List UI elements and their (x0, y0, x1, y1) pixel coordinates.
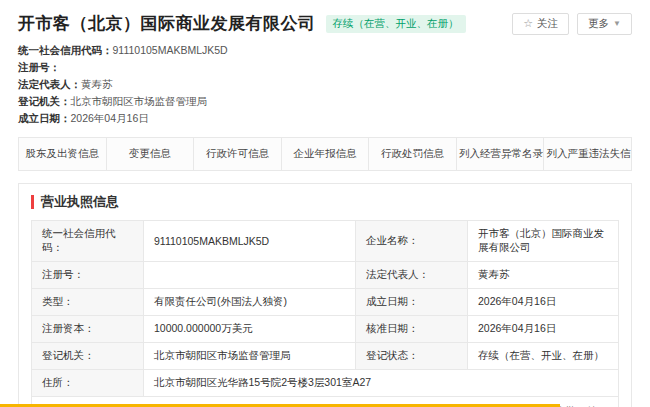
field-label: 类型： (32, 289, 144, 316)
table-row: 统一社会信用代码： 91110105MAKBMLJK5D 企业名称： 开市客（北… (32, 221, 619, 262)
field-label: 住所： (32, 370, 144, 397)
chevron-down-icon: ▼ (613, 19, 621, 28)
tab-admin-licenses[interactable]: 行政许可信息 (194, 138, 282, 170)
info-reg-number: 注册号： (18, 59, 632, 76)
more-button[interactable]: 更多 ▼ (577, 13, 632, 35)
field-label: 法定代表人： (356, 262, 468, 289)
field-value: 91110105MAKBMLJK5D (144, 221, 356, 262)
field-label: 成立日期： (356, 289, 468, 316)
field-value: 北京市朝阳区市场监督管理局 (144, 343, 356, 370)
table-row: 住所： 北京市朝阳区光华路15号院2号楼3层301室A27 (32, 370, 619, 397)
table-row: 登记机关： 北京市朝阳区市场监督管理局 登记状态： 存续（在营、开业、在册） (32, 343, 619, 370)
field-label: 核准日期： (356, 316, 468, 343)
info-legal-rep: 法定代表人：黄寿苏 (18, 76, 632, 93)
license-table: 统一社会信用代码： 91110105MAKBMLJK5D 企业名称： 开市客（北… (31, 220, 619, 407)
info-credit-code: 统一社会信用代码：91110105MAKBMLJK5D (18, 42, 632, 59)
tab-serious-violations[interactable]: 列入严重违法失信... (544, 138, 631, 170)
field-value: 北京市朝阳区光华路15号院2号楼3层301室A27 (144, 370, 619, 397)
tab-changes[interactable]: 变更信息 (107, 138, 195, 170)
field-value: 10000.000000万美元 (144, 316, 356, 343)
field-label: 注册资本： (32, 316, 144, 343)
field-label: 注册号： (32, 262, 144, 289)
business-license-section: 营业执照信息 统一社会信用代码： 91110105MAKBMLJK5D 企业名称… (18, 183, 632, 407)
table-row: 注册号： 法定代表人： 黄寿苏 (32, 262, 619, 289)
field-value: 2026年04月16日 (468, 316, 619, 343)
section-title: 营业执照信息 (41, 193, 119, 211)
section-header: 营业执照信息 (19, 184, 631, 220)
field-value: 存续（在营、开业、在册） (468, 343, 619, 370)
info-registry: 登记机关：北京市朝阳区市场监督管理局 (18, 93, 632, 110)
field-value (144, 262, 356, 289)
info-founded-date: 成立日期：2026年04月16日 (18, 110, 632, 127)
page-header: 开市客（北京）国际商业发展有限公司 存续（在营、开业、在册） ☆ 关注 更多 ▼ (18, 12, 632, 35)
field-value: 开市客（北京）国际商业发展有限公司 (468, 221, 619, 262)
star-icon: ☆ (523, 17, 533, 30)
company-name: 开市客（北京）国际商业发展有限公司 (18, 12, 316, 35)
tab-bar: 股东及出资信息 变更信息 行政许可信息 企业年报信息 行政处罚信息 列入经营异常… (18, 137, 632, 171)
tab-shareholders[interactable]: 股东及出资信息 (19, 138, 107, 170)
table-row: 类型： 有限责任公司(外国法人独资) 成立日期： 2026年04月16日 (32, 289, 619, 316)
field-label: 统一社会信用代码： (32, 221, 144, 262)
follow-button-label: 关注 (537, 17, 558, 31)
field-value: 2026年04月16日 (468, 289, 619, 316)
header-actions: ☆ 关注 更多 ▼ (512, 13, 632, 35)
field-label: 企业名称： (356, 221, 468, 262)
field-label: 登记机关： (32, 343, 144, 370)
field-value: 有限责任公司(外国法人独资) (144, 289, 356, 316)
follow-button[interactable]: ☆ 关注 (512, 13, 569, 35)
tab-penalties[interactable]: 行政处罚信息 (369, 138, 457, 170)
field-label: 登记状态： (356, 343, 468, 370)
section-accent-bar (31, 195, 34, 209)
field-value: 黄寿苏 (468, 262, 619, 289)
company-profile-page: 开市客（北京）国际商业发展有限公司 存续（在营、开业、在册） ☆ 关注 更多 ▼… (0, 0, 650, 407)
status-badge: 存续（在营、开业、在册） (326, 15, 466, 33)
tab-abnormal-operations[interactable]: 列入经营异常名录... (457, 138, 545, 170)
tab-annual-reports[interactable]: 企业年报信息 (282, 138, 370, 170)
header-info-list: 统一社会信用代码：91110105MAKBMLJK5D 注册号： 法定代表人：黄… (18, 42, 632, 127)
more-button-label: 更多 (588, 17, 609, 31)
table-row: 注册资本： 10000.000000万美元 核准日期： 2026年04月16日 (32, 316, 619, 343)
